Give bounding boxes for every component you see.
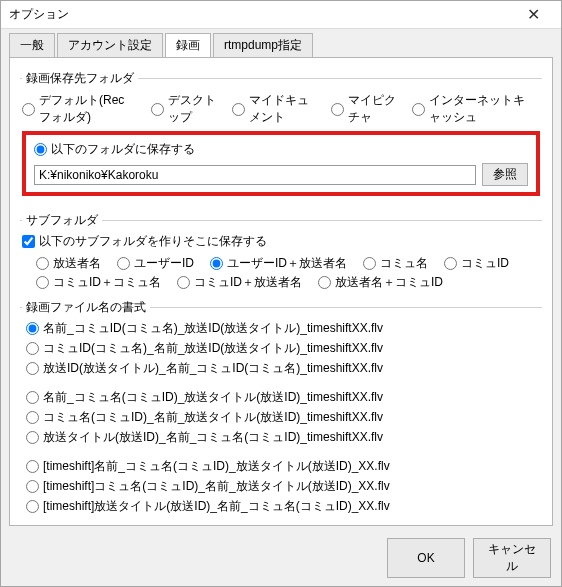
cancel-button[interactable]: キャンセル <box>473 538 551 578</box>
radio-fmt-3[interactable]: 放送ID(放送タイトル)_名前_コミュID(コミュ名)_timeshiftXX.… <box>26 360 540 377</box>
highlight-custom-folder: 以下のフォルダに保存する 参照 <box>22 131 540 196</box>
radio-sub-broadcaster[interactable]: 放送者名 <box>36 255 101 272</box>
dialog-footer: OK キャンセル <box>1 532 561 586</box>
tab-general[interactable]: 一般 <box>9 33 55 57</box>
tab-rtmpdump[interactable]: rtmpdump指定 <box>213 33 313 57</box>
group-filename-format-legend: 録画ファイル名の書式 <box>22 299 150 316</box>
ok-button[interactable]: OK <box>387 538 465 578</box>
radio-fmt-1[interactable]: 名前_コミュID(コミュ名)_放送ID(放送タイトル)_timeshiftXX.… <box>26 320 540 337</box>
group-subfolder-legend: サブフォルダ <box>22 212 102 229</box>
radio-fmt-5[interactable]: コミュ名(コミュID)_名前_放送タイトル(放送ID)_timeshiftXX.… <box>26 409 540 426</box>
radio-sub-userid[interactable]: ユーザーID <box>117 255 194 272</box>
radio-sub-communame[interactable]: コミュ名 <box>363 255 428 272</box>
group-destination-legend: 録画保存先フォルダ <box>22 70 138 87</box>
radio-fmt-8[interactable]: [timeshift]コミュ名(コミュID)_名前_放送タイトル(放送ID)_X… <box>26 478 540 495</box>
radio-sub-broadcaster-commuid[interactable]: 放送者名＋コミュID <box>318 274 443 291</box>
radio-sub-userid-broadcaster[interactable]: ユーザーID＋放送者名 <box>210 255 347 272</box>
radio-fmt-7[interactable]: [timeshift]名前_コミュ名(コミュID)_放送タイトル(放送ID)_X… <box>26 458 540 475</box>
radio-dest-inetcache[interactable]: インターネットキャッシュ <box>412 92 530 126</box>
radio-dest-mypic[interactable]: マイピクチャ <box>331 92 396 126</box>
radio-sub-commuid-name[interactable]: コミュID＋コミュ名 <box>36 274 161 291</box>
radio-sub-commuid-broadcaster[interactable]: コミュID＋放送者名 <box>177 274 302 291</box>
group-subfolder: サブフォルダ 以下のサブフォルダを作りそこに保存する 放送者名 ユーザーID ユ… <box>20 212 542 291</box>
browse-button[interactable]: 参照 <box>482 163 528 186</box>
radio-dest-custom[interactable]: 以下のフォルダに保存する <box>34 141 195 158</box>
titlebar: オプション ✕ <box>1 1 561 29</box>
tab-record[interactable]: 録画 <box>165 33 211 57</box>
tab-account[interactable]: アカウント設定 <box>57 33 163 57</box>
radio-dest-desktop[interactable]: デスクトップ <box>151 92 216 126</box>
close-icon[interactable]: ✕ <box>513 5 553 24</box>
group-destination: 録画保存先フォルダ デフォルト(Recフォルダ) デスクトップ マイドキュメント… <box>20 70 542 204</box>
input-dest-path[interactable] <box>34 165 476 185</box>
radio-dest-mydoc[interactable]: マイドキュメント <box>232 92 315 126</box>
group-filename-format: 録画ファイル名の書式 名前_コミュID(コミュ名)_放送ID(放送タイトル)_t… <box>20 299 542 526</box>
check-create-subfolder[interactable]: 以下のサブフォルダを作りそこに保存する <box>22 233 267 250</box>
radio-fmt-2[interactable]: コミュID(コミュ名)_名前_放送ID(放送タイトル)_timeshiftXX.… <box>26 340 540 357</box>
radio-fmt-6[interactable]: 放送タイトル(放送ID)_名前_コミュ名(コミュID)_timeshiftXX.… <box>26 429 540 446</box>
options-window: オプション ✕ 一般 アカウント設定 録画 rtmpdump指定 録画保存先フォ… <box>0 0 562 587</box>
radio-dest-default[interactable]: デフォルト(Recフォルダ) <box>22 92 135 126</box>
radio-fmt-4[interactable]: 名前_コミュ名(コミュID)_放送タイトル(放送ID)_timeshiftXX.… <box>26 389 540 406</box>
window-title: オプション <box>9 6 69 23</box>
tab-strip: 一般 アカウント設定 録画 rtmpdump指定 <box>1 29 561 57</box>
radio-fmt-9[interactable]: [timeshift]放送タイトル(放送ID)_名前_コミュ名(コミュID)_X… <box>26 498 540 515</box>
tab-panel-record: 録画保存先フォルダ デフォルト(Recフォルダ) デスクトップ マイドキュメント… <box>9 57 553 526</box>
radio-sub-commuid[interactable]: コミュID <box>444 255 509 272</box>
